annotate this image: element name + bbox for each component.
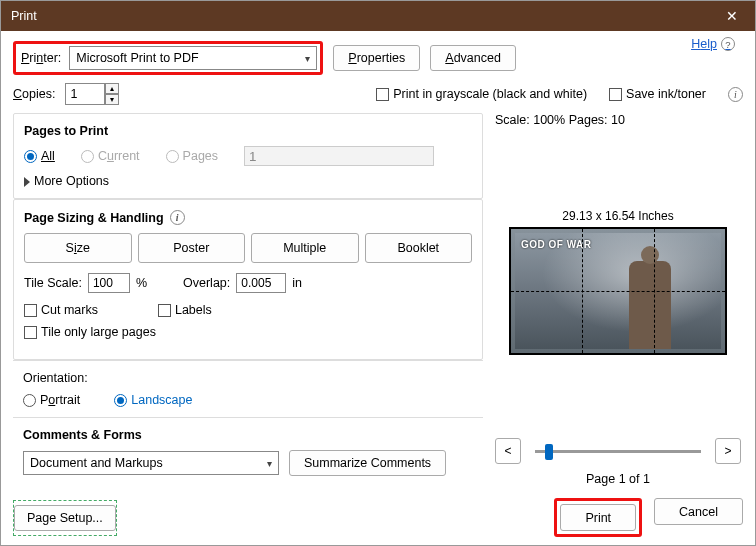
orientation-panel: Orientation: Portrait Landscape bbox=[13, 360, 483, 417]
comments-title: Comments & Forms bbox=[23, 428, 473, 442]
chevron-down-icon: ▾ bbox=[305, 53, 310, 64]
preview-panel: Scale: 100% Pages: 10 29.13 x 16.54 Inch… bbox=[493, 113, 743, 486]
tilescale-input[interactable] bbox=[88, 273, 130, 293]
cancel-button[interactable]: Cancel bbox=[654, 498, 743, 525]
advanced-button[interactable]: Advanced bbox=[430, 45, 516, 71]
labels-check[interactable]: Labels bbox=[158, 303, 212, 317]
preview-dims: 29.13 x 16.54 Inches bbox=[493, 209, 743, 223]
summarize-button[interactable]: Summarize Comments bbox=[289, 450, 446, 476]
overlap-input[interactable] bbox=[236, 273, 286, 293]
printer-select[interactable]: Microsoft Print to PDF ▾ bbox=[69, 46, 317, 70]
close-button[interactable]: ✕ bbox=[709, 1, 755, 31]
comments-select[interactable]: Document and Markups ▾ bbox=[23, 451, 279, 475]
pagesetup-wrap: Page Setup... bbox=[13, 500, 117, 536]
copies-label: Copies: bbox=[13, 87, 55, 101]
cutmarks-check[interactable]: Cut marks bbox=[24, 303, 98, 317]
radio-portrait[interactable]: Portrait bbox=[23, 393, 80, 407]
comments-panel: Comments & Forms Document and Markups ▾ … bbox=[13, 417, 483, 486]
radio-pages[interactable]: Pages bbox=[166, 149, 218, 163]
help-link[interactable]: Help ? bbox=[691, 37, 735, 51]
help-icon: ? bbox=[721, 37, 735, 51]
radio-current[interactable]: Current bbox=[81, 149, 140, 163]
close-icon: ✕ bbox=[726, 8, 738, 24]
next-page-button[interactable]: > bbox=[715, 438, 741, 464]
zoom-slider[interactable] bbox=[535, 450, 701, 453]
printer-highlight: Printer: Microsoft Print to PDF ▾ bbox=[13, 41, 323, 75]
prev-page-button[interactable]: < bbox=[495, 438, 521, 464]
dialog-footer: Page Setup... Print Cancel bbox=[13, 494, 743, 537]
checkbox-icon bbox=[609, 88, 622, 101]
radio-all[interactable]: All bbox=[24, 149, 55, 163]
help-label: Help bbox=[691, 37, 717, 51]
spin-up[interactable]: ▴ bbox=[105, 83, 119, 94]
copies-spinner[interactable]: ▴ ▾ bbox=[65, 83, 119, 105]
spin-down[interactable]: ▾ bbox=[105, 94, 119, 105]
more-options-toggle[interactable]: More Options bbox=[24, 174, 472, 188]
preview-figure bbox=[629, 261, 671, 349]
preview-logo: GOD OF WAR bbox=[521, 239, 592, 250]
printer-label: Printer: bbox=[19, 51, 63, 65]
window-title: Print bbox=[11, 9, 37, 23]
copies-input[interactable] bbox=[65, 83, 105, 105]
multiple-button[interactable]: Multiple bbox=[251, 233, 359, 263]
info-icon[interactable]: i bbox=[728, 87, 743, 102]
saveink-check[interactable]: Save ink/toner bbox=[609, 87, 706, 101]
overlap-label: Overlap: bbox=[183, 276, 230, 290]
preview-thumbnail: GOD OF WAR bbox=[509, 227, 727, 355]
slider-thumb[interactable] bbox=[545, 444, 553, 460]
printer-selected: Microsoft Print to PDF bbox=[76, 51, 198, 65]
pages-to-print-panel: Pages to Print All Current Pages More Op… bbox=[13, 113, 483, 199]
radio-icon bbox=[114, 394, 127, 407]
printer-row: Printer: Microsoft Print to PDF ▾ Proper… bbox=[13, 41, 743, 75]
info-icon[interactable]: i bbox=[170, 210, 185, 225]
titlebar: Print ✕ bbox=[1, 1, 755, 31]
grayscale-check[interactable]: Print in grayscale (black and white) bbox=[376, 87, 587, 101]
sizing-panel: Page Sizing & Handling i Size Poster Mul… bbox=[13, 199, 483, 360]
tilescale-label: Tile Scale: bbox=[24, 276, 82, 290]
size-button[interactable]: Size bbox=[24, 233, 132, 263]
pages-range-input[interactable] bbox=[244, 146, 434, 166]
radio-icon bbox=[23, 394, 36, 407]
radio-icon bbox=[166, 150, 179, 163]
copies-row: Copies: ▴ ▾ Print in grayscale (black an… bbox=[13, 83, 743, 105]
radio-icon bbox=[81, 150, 94, 163]
preview-nav: < > bbox=[493, 438, 743, 464]
print-button[interactable]: Print bbox=[560, 504, 636, 531]
print-highlight: Print bbox=[554, 498, 642, 537]
booklet-button[interactable]: Booklet bbox=[365, 233, 473, 263]
print-dialog: Print ✕ Help ? Printer: Microsoft Print … bbox=[0, 0, 756, 546]
preview-page-label: Page 1 of 1 bbox=[493, 472, 743, 486]
poster-button[interactable]: Poster bbox=[138, 233, 246, 263]
triangle-right-icon bbox=[24, 177, 30, 187]
tilelarge-check[interactable]: Tile only large pages bbox=[24, 325, 156, 339]
chevron-down-icon: ▾ bbox=[267, 458, 272, 469]
pages-title: Pages to Print bbox=[24, 124, 472, 138]
sizing-title: Page Sizing & Handling bbox=[24, 211, 164, 225]
preview-scale: Scale: 100% Pages: 10 bbox=[493, 113, 743, 129]
pagesetup-button[interactable]: Page Setup... bbox=[14, 505, 116, 531]
radio-landscape[interactable]: Landscape bbox=[114, 393, 192, 407]
orientation-title: Orientation: bbox=[23, 371, 473, 385]
radio-icon bbox=[24, 150, 37, 163]
properties-button[interactable]: Properties bbox=[333, 45, 420, 71]
checkbox-icon bbox=[376, 88, 389, 101]
